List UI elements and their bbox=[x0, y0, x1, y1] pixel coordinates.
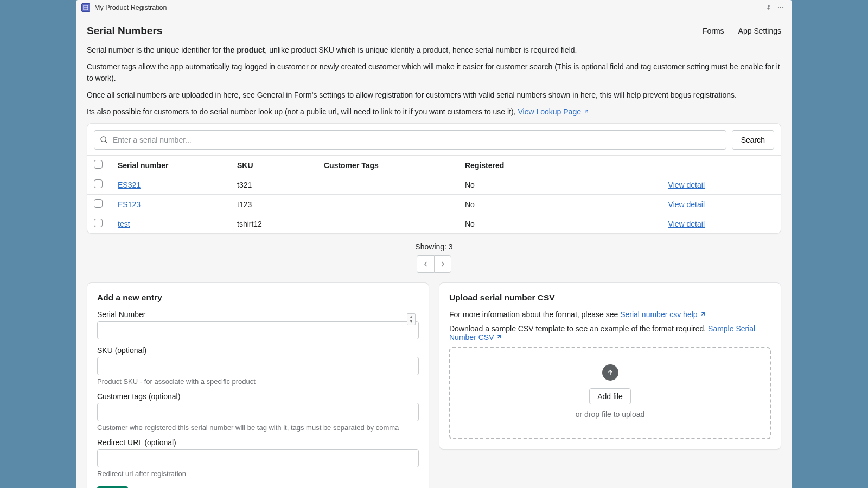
redirect-input[interactable] bbox=[97, 449, 419, 467]
intro-p3: Once all serial numbers are uploaded in … bbox=[87, 89, 781, 101]
serial-table-card: Search Serial number SKU Customer Tags R… bbox=[87, 123, 781, 234]
add-entry-card: Add a new entry Serial Number ▲▼ SKU (op… bbox=[87, 282, 429, 488]
select-all-checkbox[interactable] bbox=[94, 160, 103, 169]
row-tags bbox=[317, 214, 458, 234]
row-sku: t123 bbox=[231, 195, 317, 214]
row-sku: tshirt12 bbox=[231, 214, 317, 234]
dropzone[interactable]: Add file or drop file to upload bbox=[449, 347, 771, 439]
col-serial: Serial number bbox=[111, 156, 231, 175]
add-file-button[interactable]: Add file bbox=[589, 388, 631, 404]
pin-icon[interactable] bbox=[763, 2, 775, 14]
svg-point-5 bbox=[101, 137, 106, 142]
tags-input[interactable] bbox=[97, 403, 419, 421]
svg-line-6 bbox=[105, 141, 107, 143]
row-checkbox[interactable] bbox=[94, 219, 103, 227]
table-row: test tshirt12 No View detail bbox=[87, 214, 781, 234]
upload-icon bbox=[602, 364, 618, 381]
upload-title: Upload serial number CSV bbox=[449, 293, 771, 303]
serial-link[interactable]: ES321 bbox=[118, 181, 141, 189]
pager bbox=[87, 255, 781, 273]
external-link-icon bbox=[583, 106, 589, 112]
upload-p1: For more information about the format, p… bbox=[449, 310, 771, 319]
row-tags bbox=[317, 175, 458, 195]
serial-label: Serial Number bbox=[97, 310, 419, 319]
serial-input[interactable] bbox=[97, 321, 419, 339]
search-field[interactable] bbox=[94, 130, 726, 150]
col-registered: Registered bbox=[458, 156, 567, 175]
col-tags: Customer Tags bbox=[317, 156, 458, 175]
csv-help-link[interactable]: Serial number csv help bbox=[620, 310, 705, 319]
serial-table: Serial number SKU Customer Tags Register… bbox=[87, 155, 781, 233]
intro-p2: Customer tags allow the app automaticall… bbox=[87, 61, 781, 84]
svg-point-4 bbox=[782, 7, 783, 8]
view-detail-link[interactable]: View detail bbox=[668, 220, 705, 228]
row-checkbox[interactable] bbox=[94, 179, 103, 188]
forms-link[interactable]: Forms bbox=[703, 27, 724, 35]
add-entry-title: Add a new entry bbox=[97, 293, 419, 303]
external-link-icon bbox=[496, 333, 501, 338]
serial-link[interactable]: test bbox=[118, 220, 130, 228]
intro-p1: Serial number is the unique identifier f… bbox=[87, 44, 781, 56]
svg-point-3 bbox=[780, 7, 781, 8]
drop-text: or drop file to upload bbox=[456, 410, 764, 419]
upload-p2: Download a sample CSV template to see an… bbox=[449, 324, 771, 342]
serial-link[interactable]: ES123 bbox=[118, 200, 141, 209]
row-sku: t321 bbox=[231, 175, 317, 195]
app-icon bbox=[81, 3, 90, 12]
sku-help: Product SKU - for associate with a speci… bbox=[97, 377, 419, 386]
col-sku: SKU bbox=[231, 156, 317, 175]
row-registered: No bbox=[458, 214, 567, 234]
table-row: ES123 t123 No View detail bbox=[87, 195, 781, 214]
view-detail-link[interactable]: View detail bbox=[668, 200, 705, 209]
page-title: Serial Numbers bbox=[87, 25, 162, 37]
search-icon bbox=[100, 136, 108, 144]
stepper-icon[interactable]: ▲▼ bbox=[407, 313, 416, 325]
view-detail-link[interactable]: View detail bbox=[668, 181, 705, 189]
upload-csv-card: Upload serial number CSV For more inform… bbox=[439, 282, 781, 450]
table-row: ES321 t321 No View detail bbox=[87, 175, 781, 195]
search-button[interactable]: Search bbox=[732, 130, 774, 150]
next-page-button[interactable] bbox=[434, 255, 451, 273]
title-bar: My Product Registration bbox=[76, 0, 792, 15]
tags-label: Customer tags (optional) bbox=[97, 392, 419, 401]
row-registered: No bbox=[458, 195, 567, 214]
row-tags bbox=[317, 195, 458, 214]
tags-help: Customer who registered this serial numb… bbox=[97, 423, 419, 432]
view-lookup-link[interactable]: View Lookup Page bbox=[518, 107, 589, 116]
app-settings-link[interactable]: App Settings bbox=[738, 27, 781, 35]
showing-count: Showing: 3 bbox=[87, 242, 781, 251]
external-link-icon bbox=[700, 310, 705, 316]
sku-label: SKU (optional) bbox=[97, 346, 419, 355]
row-checkbox[interactable] bbox=[94, 199, 103, 208]
prev-page-button[interactable] bbox=[417, 255, 434, 273]
intro-p4: Its also possible for customers to do se… bbox=[87, 106, 781, 118]
app-name: My Product Registration bbox=[94, 4, 167, 11]
more-icon[interactable] bbox=[775, 2, 787, 14]
redirect-label: Redirect URL (optional) bbox=[97, 438, 419, 447]
svg-point-2 bbox=[778, 7, 779, 8]
search-input[interactable] bbox=[113, 136, 720, 144]
row-registered: No bbox=[458, 175, 567, 195]
redirect-help: Redirect url after registration bbox=[97, 470, 419, 478]
svg-rect-0 bbox=[84, 5, 88, 10]
sku-input[interactable] bbox=[97, 357, 419, 375]
